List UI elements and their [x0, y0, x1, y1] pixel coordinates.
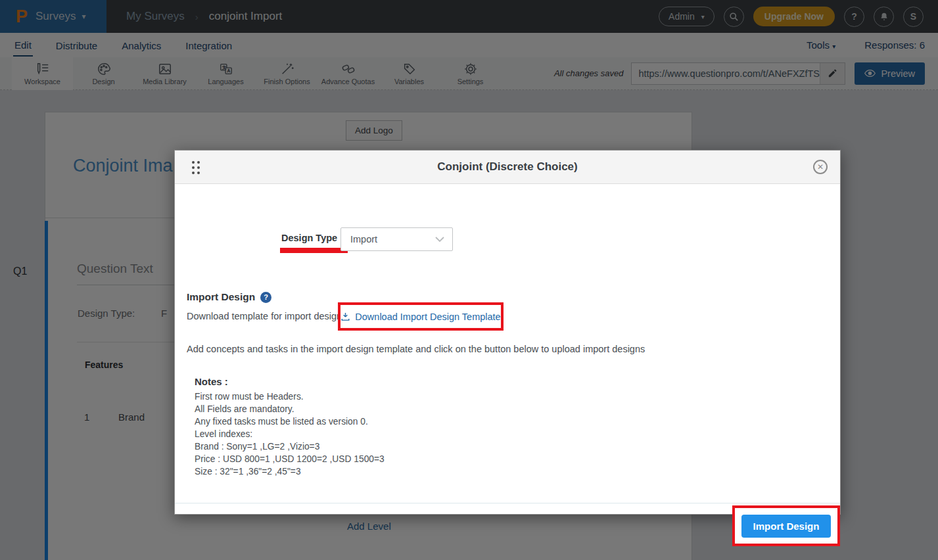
download-template-link[interactable]: Download Import Design Template	[355, 312, 500, 322]
conjoint-settings-modal: Conjoint (Discrete Choice) ✕ Design Type…	[174, 150, 841, 515]
drag-handle-icon[interactable]	[192, 161, 200, 174]
design-type-selected-value: Import	[350, 234, 435, 245]
design-type-select[interactable]: Import	[340, 227, 453, 251]
help-icon[interactable]: ?	[260, 292, 271, 303]
download-prompt-text: Download template for import design	[187, 311, 342, 321]
note-line: Level indexes:	[195, 428, 385, 440]
import-design-heading: Import Design ?	[187, 291, 271, 303]
modal-footer-divider	[175, 503, 840, 503]
chevron-down-icon	[435, 237, 444, 243]
note-line: All Fields are mandatory.	[195, 403, 385, 415]
questionpro-survey-editor: P Surveys ▾ My Surveys › conjoint Import…	[0, 0, 938, 560]
red-annotation-box: Download Import Design Template	[338, 302, 504, 331]
instructions-text: Add concepts and tasks in the import des…	[187, 344, 645, 354]
note-line: Any fixed tasks must be listed as versio…	[195, 415, 385, 428]
design-type-label: Design Type	[281, 233, 337, 243]
note-line: Price : USD 800=1 ,USD 1200=2 ,USD 1500=…	[195, 453, 385, 465]
modal-body: Design Type Import Import Design ? Downl…	[175, 184, 840, 515]
note-line: First row must be Headers.	[195, 390, 385, 403]
note-line: Brand : Sony=1 ,LG=2 ,Vizio=3	[195, 440, 385, 453]
close-icon[interactable]: ✕	[813, 160, 828, 174]
modal-title: Conjoint (Discrete Choice)	[175, 160, 840, 174]
red-annotation-box: Import Design	[732, 505, 840, 546]
note-line: Size : 32"=1 ,36"=2 ,45"=3	[195, 465, 385, 478]
modal-header: Conjoint (Discrete Choice) ✕	[175, 151, 840, 184]
notes-block: Notes : First row must be Headers. All F…	[195, 376, 385, 478]
import-design-button[interactable]: Import Design	[741, 515, 832, 538]
notes-heading: Notes :	[195, 376, 385, 387]
download-icon	[340, 312, 350, 321]
red-annotation-underline	[280, 248, 348, 253]
